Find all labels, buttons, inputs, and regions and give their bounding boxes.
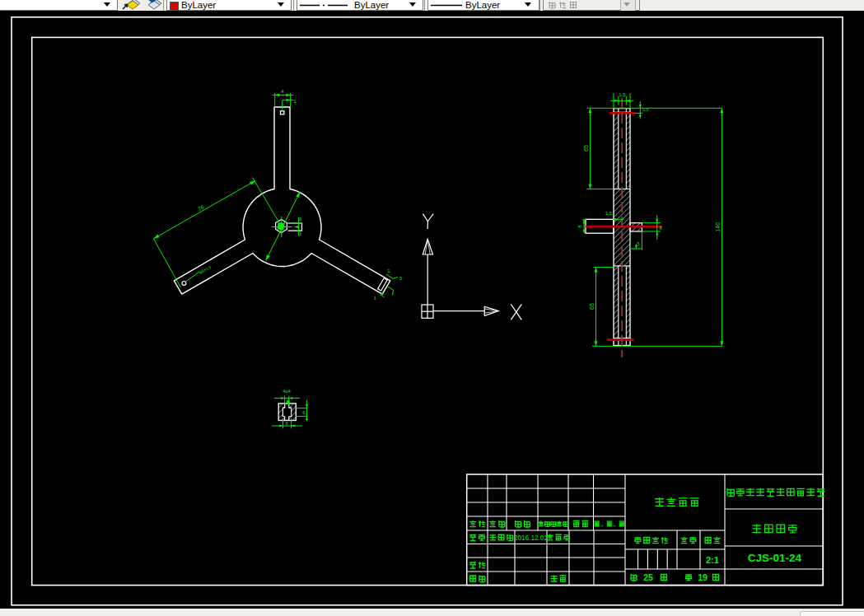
svg-text:25: 25 [643,572,653,582]
svg-text:65: 65 [589,303,595,310]
svg-text:2016.12.02: 2016.12.02 [514,534,548,542]
svg-text:1.5: 1.5 [605,211,613,216]
svg-text:140: 140 [715,222,721,232]
svg-text:2:1: 2:1 [706,555,719,565]
svg-text:1.5: 1.5 [619,92,626,97]
svg-text:3: 3 [299,231,301,236]
svg-text:19: 19 [698,572,708,582]
svg-text:5: 5 [637,241,639,246]
svg-text:6: 6 [286,421,288,426]
svg-text:4x4: 4x4 [283,389,291,394]
svg-text:1.5: 1.5 [642,107,649,112]
svg-text:65: 65 [583,145,589,152]
svg-text:8: 8 [299,217,301,222]
svg-text:CJS-01-24: CJS-01-24 [748,552,802,564]
